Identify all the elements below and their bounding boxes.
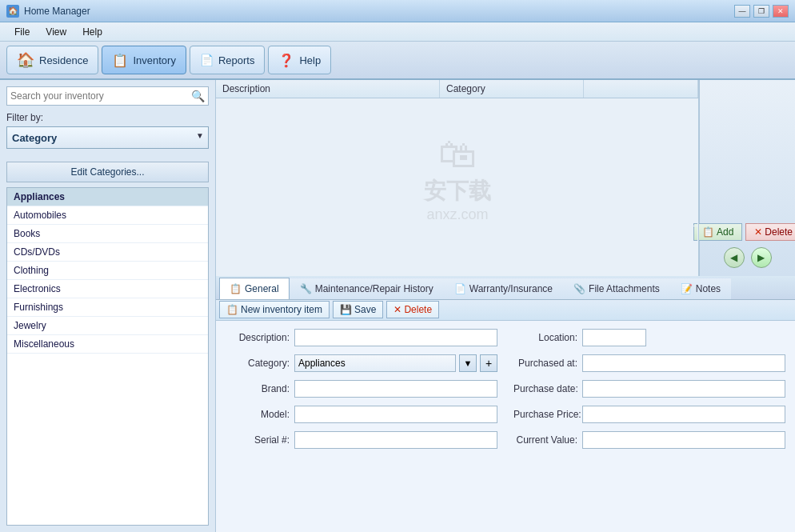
tab-attachments[interactable]: 📎 File Attachments [563,278,670,299]
table-row[interactable] [216,242,698,258]
input-location[interactable]: Garage [582,329,646,346]
toolbar-help[interactable]: ❓ Help [268,46,331,74]
reports-icon: 📄 [200,54,214,66]
input-current-value[interactable] [582,431,785,449]
input-model[interactable] [294,406,497,423]
filter-select-wrap: Category [6,126,209,155]
main-layout: 🔍 Filter by: Category Edit Categories...… [0,80,795,532]
table-container: Description Category [216,80,699,276]
category-item-clothing[interactable]: Clothing [7,262,208,280]
add-delete-panel: 📋 Add ✕ Delete ◀ ▶ [706,223,789,270]
table-row[interactable] [216,146,698,162]
tab-warranty[interactable]: 📄 Warranty/Insurance [444,278,563,299]
table-row[interactable] [216,130,698,146]
search-input[interactable] [10,90,191,102]
nav-next-button[interactable]: ▶ [751,247,772,268]
table-row[interactable] [216,194,698,210]
inventory-table: Description Category [216,80,699,276]
toolbar-residence-label: Residence [39,54,88,66]
category-item-appliances[interactable]: Appliances [7,188,208,206]
save-button[interactable]: 💾 Save [333,301,383,318]
menu-bar: File View Help [0,22,795,42]
toolbar: 🏠 Residence 📋 Inventory 📄 Reports ❓ Help [0,42,795,80]
filter-select[interactable]: Category [6,126,209,149]
category-select-arrow[interactable]: ▼ [459,354,477,372]
tab-maintenance[interactable]: 🔧 Maintenance/Repair History [290,278,444,299]
minimize-button[interactable]: — [734,5,750,18]
table-row[interactable] [216,162,698,178]
form-right-column: Location: Garage Purchased at: Purchase … [513,329,785,525]
save-icon: 💾 [340,304,352,315]
tab-notes[interactable]: 📝 Notes [670,278,731,299]
delete-item-button[interactable]: ✕ Delete [386,301,439,318]
add-button[interactable]: 📋 Add [693,223,742,241]
maintenance-icon: 🔧 [300,283,312,294]
toolbar-inventory[interactable]: 📋 Inventory [102,46,186,74]
category-item-electronics[interactable]: Electronics [7,280,208,298]
menu-help[interactable]: Help [74,25,110,39]
label-serial: Serial #: [226,434,290,446]
category-add-button[interactable]: + [480,354,497,372]
category-item-cds-dvds[interactable]: CDs/DVDs [7,243,208,262]
category-item-automobiles[interactable]: Automobiles [7,206,208,225]
maximize-button[interactable]: ❐ [753,5,769,18]
input-brand[interactable] [294,380,497,398]
label-description: Description: [226,332,290,343]
label-category: Category: [226,358,290,369]
table-row[interactable] [216,210,698,226]
input-serial[interactable] [294,431,497,449]
tab-general[interactable]: 📋 General [219,278,290,299]
category-item-jewelry[interactable]: Jewelry [7,317,208,335]
form-row-serial: Serial #: [226,431,497,449]
table-row[interactable] [216,226,698,242]
new-inventory-item-button[interactable]: 📋 New inventory item [219,301,330,318]
label-brand: Brand: [226,383,290,394]
table-row[interactable] [216,178,698,194]
select-category[interactable]: Appliances Automobiles Books CDs/DVDs Cl… [294,354,456,372]
form-row-category: Category: Appliances Automobiles Books C… [226,354,497,372]
delete-button[interactable]: ✕ Delete [745,223,795,241]
category-list: Appliances Automobiles Books CDs/DVDs Cl… [6,187,209,526]
window-controls: — ❐ ✕ [734,5,789,18]
edit-categories-button[interactable]: Edit Categories... [6,162,209,182]
app-icon: 🏠 [6,5,19,18]
toolbar-reports[interactable]: 📄 Reports [190,46,266,74]
table-row[interactable] [216,114,698,130]
nav-prev-button[interactable]: ◀ [724,247,745,268]
search-icon[interactable]: 🔍 [191,90,205,102]
form-row-purchased-at: Purchased at: [513,354,785,372]
label-purchased-at: Purchased at: [513,358,577,369]
tabs-bar: 📋 General 🔧 Maintenance/Repair History 📄… [216,276,795,300]
general-icon: 📋 [230,283,242,294]
form-row-model: Model: [226,406,497,423]
input-purchase-price[interactable] [582,406,785,423]
form-row-purchase-price: Purchase Price: [513,406,785,423]
category-item-miscellaneous[interactable]: Miscellaneous [7,335,208,354]
table-row[interactable] [216,98,698,114]
help-icon: ❓ [278,53,294,68]
form-row-location: Location: Garage [513,329,785,346]
warranty-icon: 📄 [454,283,466,294]
category-item-books[interactable]: Books [7,225,208,243]
new-item-icon: 📋 [226,304,238,315]
form-row-description: Description: [226,329,497,346]
menu-file[interactable]: File [6,25,38,39]
bottom-action-bar: 📋 New inventory item 💾 Save ✕ Delete [216,300,795,321]
house-icon: 🏠 [17,51,34,69]
input-purchase-date[interactable]: 2019-10 [582,380,785,398]
menu-view[interactable]: View [38,25,74,39]
table-header: Description Category [216,80,698,98]
form-area: Description: Category: Appliances Automo… [216,321,795,533]
toolbar-help-label: Help [299,54,321,66]
form-row-purchase-date: Purchase date: 2019-10 [513,380,785,398]
label-location: Location: [513,332,577,343]
toolbar-residence[interactable]: 🏠 Residence [6,46,98,74]
column-header-extra [584,80,698,98]
input-description[interactable] [294,329,497,346]
close-button[interactable]: ✕ [773,5,789,18]
notes-icon: 📝 [681,283,693,294]
category-item-furnishings[interactable]: Furnishings [7,298,208,317]
label-model: Model: [226,409,290,420]
input-purchased-at[interactable] [582,354,785,372]
app-title: Home Manager [24,6,734,17]
